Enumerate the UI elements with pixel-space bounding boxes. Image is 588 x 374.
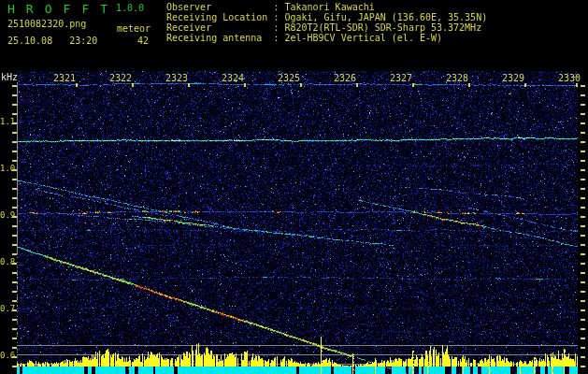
freq-label-0.9: 0.9 [0, 211, 15, 220]
app-title: H R O F F T [7, 3, 109, 15]
time-label-2326: 2326 [333, 74, 356, 83]
freq-label-1.0: 1.0 [0, 165, 15, 173]
text-overlay: H R O F F T 1.0.0 2510082320.png meteor … [0, 0, 588, 374]
datetime-label: 25.10.08 23:20 [7, 36, 97, 46]
freq-label-1.1: 1.1 [0, 118, 15, 126]
echo-count: 42 [137, 36, 149, 46]
time-label-2322: 2322 [108, 74, 132, 83]
time-label-2323: 2323 [165, 74, 188, 83]
time-label-2328: 2328 [445, 74, 468, 83]
station-info-row-0: Observer : Takanori Kawachi [166, 3, 375, 12]
time-label-2329: 2329 [501, 74, 524, 83]
app-version: 1.0.0 [116, 4, 144, 13]
time-label-2325: 2325 [277, 74, 300, 83]
freq-label-0.6: 0.6 [0, 352, 15, 360]
time-label-2321: 2321 [52, 74, 76, 83]
freq-label-0.8: 0.8 [0, 258, 15, 266]
time-label-2330: 2330 [557, 74, 581, 83]
station-info-row-3: Receiving antenna : 2el-HB9CV Vertical (… [166, 34, 442, 43]
time-label-2324: 2324 [221, 74, 244, 83]
freq-label-0.7: 0.7 [0, 305, 15, 313]
freq-axis-unit: kHz [1, 73, 18, 82]
time-label-2327: 2327 [389, 74, 412, 83]
output-filename: 2510082320.png [7, 20, 86, 29]
station-info-row-2: Receiver : R820T2(RTL-SDR) SDR-Sharp 53.… [166, 23, 481, 33]
station-info-row-1: Receiving Location : Ogaki, Gifu, JAPAN … [166, 13, 487, 22]
mode-label: meteor [117, 24, 151, 34]
